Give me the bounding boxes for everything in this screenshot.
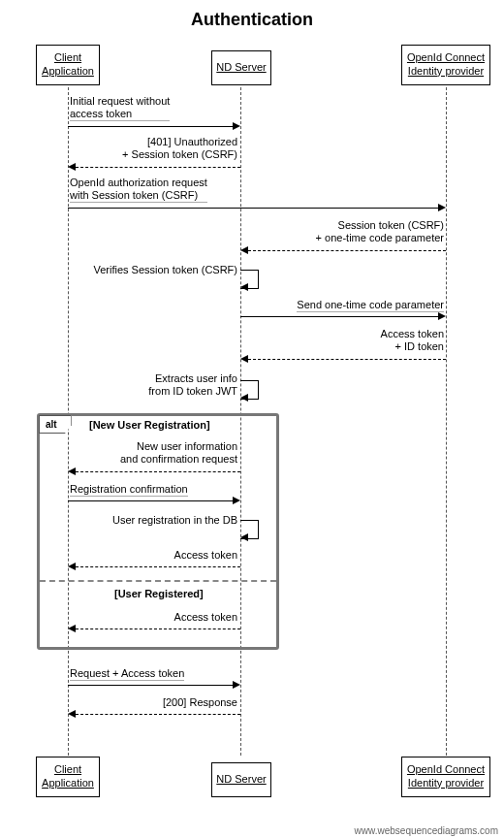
arrowhead-m13 [68, 625, 76, 632]
arrowhead-m5 [240, 283, 248, 291]
arrowhead-m3 [438, 204, 446, 211]
lifeline-idp [446, 82, 447, 756]
participant-nd-top: ND Server [211, 50, 271, 85]
arrow-m14 [68, 685, 233, 686]
msg-initial-request: Initial request without access token [70, 95, 170, 121]
participant-client-top: Client Application [36, 45, 100, 85]
arrow-m13 [76, 628, 240, 629]
arrow-m6 [240, 316, 438, 317]
msg-access-id-token: Access token + ID token [381, 328, 444, 353]
arrow-m3 [68, 208, 438, 209]
arrowhead-m7 [240, 355, 248, 363]
arrow-m10 [68, 500, 233, 501]
diagram-title: Authentication [0, 0, 504, 36]
arrowhead-m1 [233, 122, 240, 130]
msg-verify-session: Verifies Session token (CSRF) [93, 264, 237, 276]
participant-idp-top: OpenId Connect Identity provider [401, 45, 490, 85]
msg-extract-jwt: Extracts user info from ID token JWT [148, 372, 237, 398]
msg-200-response: [200] Response [163, 696, 237, 709]
participant-client-bottom: Client Application [36, 757, 100, 797]
arrowhead-m6 [438, 312, 446, 320]
msg-access-token-2: Access token [174, 611, 237, 624]
alt-label: alt [39, 415, 72, 434]
msg-reg-db: User registration in the DB [112, 514, 237, 527]
participant-nd-bottom: ND Server [211, 762, 271, 797]
arrowhead-m4 [240, 246, 248, 254]
arrowhead-m9 [68, 467, 76, 475]
arrowhead-m8 [240, 394, 248, 402]
msg-new-user-info: New user information and confirmation re… [120, 440, 237, 466]
arrowhead-m14 [233, 681, 240, 689]
msg-access-token-1: Access token [174, 549, 237, 562]
alt-divider [40, 580, 276, 582]
arrow-m4 [248, 250, 446, 251]
arrowhead-m2 [68, 163, 76, 171]
msg-401: [401] Unauthorized + Session token (CSRF… [122, 136, 237, 161]
arrow-m15 [76, 714, 240, 715]
msg-session-token: Session token (CSRF) + one-time code par… [316, 219, 444, 244]
arrowhead-m10 [233, 497, 240, 504]
msg-reg-confirm: Registration confirmation [70, 483, 188, 497]
arrow-m1 [68, 126, 233, 127]
alt-section-registered: [User Registered] [114, 588, 204, 599]
arrow-m7 [248, 359, 446, 360]
watermark: www.websequencediagrams.com [355, 825, 498, 836]
arrowhead-m11 [240, 533, 248, 541]
participant-idp-bottom: OpenId Connect Identity provider [401, 757, 490, 797]
msg-openid-auth: OpenId authorization request with Sessio… [70, 177, 207, 203]
arrowhead-m12 [68, 563, 76, 570]
arrow-m2 [76, 167, 240, 168]
alt-section-new-user: [New User Registration] [89, 419, 210, 431]
msg-send-code: Send one-time code parameter [297, 299, 444, 312]
arrow-m12 [76, 566, 240, 567]
arrow-m9 [76, 471, 240, 472]
msg-request-with-token: Request + Access token [70, 667, 184, 681]
arrowhead-m15 [68, 710, 76, 718]
